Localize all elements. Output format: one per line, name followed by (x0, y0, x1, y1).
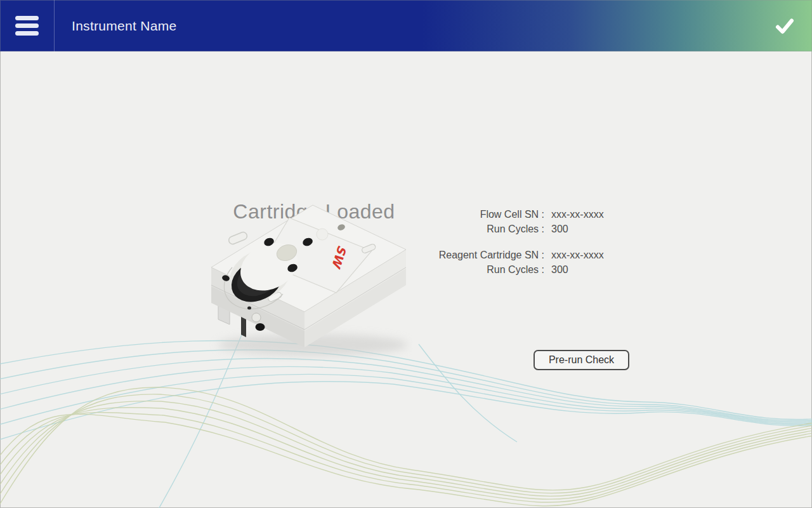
info-value: xxx-xx-xxxx (551, 207, 604, 222)
info-label: Run Cycles : (406, 222, 544, 236)
info-value: 300 (551, 262, 568, 277)
info-row-flow-cell-sn: Flow Cell SN : xxx-xx-xxxx (406, 207, 604, 222)
hamburger-bar (15, 23, 39, 28)
app-bar-title: Instrument Name (72, 18, 177, 34)
info-row-reagent-cycles: Run Cycles : 300 (406, 262, 604, 277)
info-value: xxx-xx-xxxx (551, 248, 604, 262)
app-bar: Instrument Name (0, 0, 812, 51)
info-row-reagent-sn: Reagent Cartridge SN : xxx-xx-xxxx (406, 248, 604, 262)
info-label: Run Cycles : (406, 262, 544, 277)
info-value: 300 (551, 222, 568, 236)
menu-button[interactable] (0, 0, 55, 51)
main-content: Cartridge Loaded (0, 51, 812, 508)
checkmark-icon[interactable] (774, 15, 796, 37)
info-label: Reagent Cartridge SN : (406, 248, 544, 262)
info-label: Flow Cell SN : (406, 207, 544, 222)
hamburger-bar (15, 31, 39, 36)
prerun-check-button[interactable]: Pre-run Check (534, 350, 629, 370)
hamburger-bar (15, 16, 39, 20)
cartridge-image: SW (202, 192, 412, 361)
info-panel: Flow Cell SN : xxx-xx-xxxx Run Cycles : … (406, 207, 604, 277)
info-row-flow-cell-cycles: Run Cycles : 300 (406, 222, 604, 236)
